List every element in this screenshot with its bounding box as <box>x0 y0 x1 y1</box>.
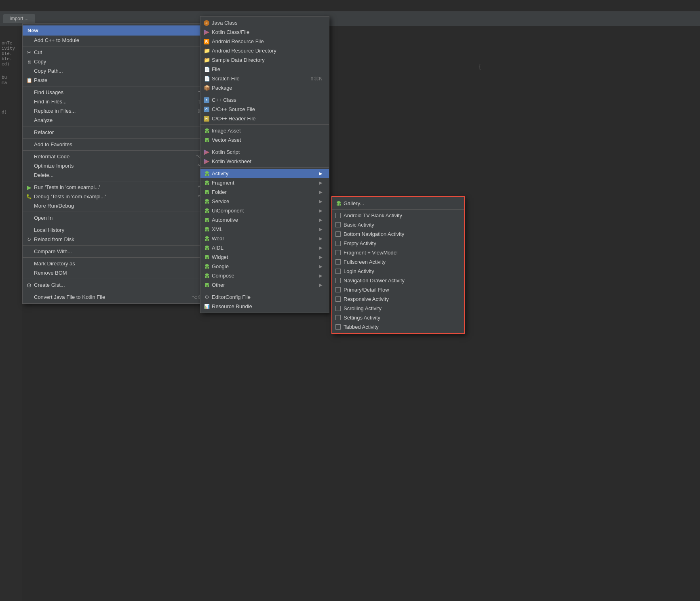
menu-item-wear[interactable]: Wear ▶ <box>200 234 329 243</box>
menu-item-replace-in-files[interactable]: Replace in Files... ⇧⌘R <box>23 106 216 116</box>
menu-item-copy-path[interactable]: Copy Path... <box>23 66 216 76</box>
vector-asset-label: Vector Asset <box>212 137 241 143</box>
menu-item-find-usages[interactable]: Find Usages ⌥F7 <box>23 88 216 97</box>
new-label: New <box>27 27 38 34</box>
menu-item-nav-drawer-activity[interactable]: Navigation Drawer Activity <box>332 276 464 285</box>
menu-item-fragment[interactable]: Fragment ▶ <box>200 178 329 187</box>
menu-item-primary-detail-flow[interactable]: Primary/Detail Flow <box>332 285 464 294</box>
menu-item-automotive[interactable]: Automotive ▶ <box>200 215 329 225</box>
menu-item-folder[interactable]: Folder ▶ <box>200 187 329 197</box>
menu-item-kotlin-script[interactable]: Kotlin Script <box>200 147 329 157</box>
menu-item-login-activity[interactable]: Login Activity <box>332 267 464 276</box>
menu-item-copy[interactable]: ⎘ Copy ⌘C <box>23 57 216 66</box>
checkbox-settings <box>335 315 341 320</box>
menu-item-remove-bom[interactable]: Remove BOM <box>23 268 216 277</box>
menu-item-add-to-favorites[interactable]: Add to Favorites ▶ <box>23 140 216 149</box>
editor-tab[interactable]: import ... <box>3 14 35 23</box>
menu-item-sample-data-dir[interactable]: 📁 Sample Data Directory <box>200 55 329 65</box>
wear-arrow: ▶ <box>319 236 323 241</box>
menu-item-tabbed-activity[interactable]: Tabbed Activity <box>332 322 464 332</box>
menu-item-cpp-header[interactable]: H C/C++ Header File <box>200 114 329 123</box>
svg-point-59 <box>205 283 209 285</box>
menu-item-delete[interactable]: Delete... ⌦ <box>23 170 216 180</box>
cpp-source-label: C/C++ Source File <box>212 106 255 112</box>
image-asset-label: Image Asset <box>212 128 241 134</box>
svg-rect-24 <box>205 202 209 204</box>
menu-item-kotlin-worksheet[interactable]: Kotlin Worksheet <box>200 157 329 166</box>
menu-item-android-resource-dir[interactable]: 📁 Android Resource Directory <box>200 46 329 55</box>
svg-point-43 <box>205 246 209 248</box>
menu-item-fragment-viewmodel[interactable]: Fragment + ViewModel <box>332 248 464 257</box>
sidebar-text: onTe ivity ble. ble. ed) bu ma d) <box>2 40 15 115</box>
menu-item-cpp-source[interactable]: C C/C++ Source File <box>200 105 329 114</box>
svg-rect-48 <box>205 257 209 259</box>
menu-item-resource-bundle[interactable]: 📊 Resource Bundle <box>200 302 329 311</box>
menu-item-refactor[interactable]: Refactor ▶ <box>23 128 216 137</box>
svg-rect-36 <box>205 229 209 231</box>
menu-item-gallery[interactable]: Gallery... <box>332 199 464 208</box>
menu-item-editorconfig[interactable]: ⚙ EditorConfig File <box>200 292 329 302</box>
menu-item-java-class[interactable]: J Java Class <box>200 18 329 27</box>
menu-item-service[interactable]: Service ▶ <box>200 197 329 206</box>
menu-item-cpp-class[interactable]: 5 C++ Class <box>200 95 329 105</box>
checkbox-responsive <box>335 296 341 302</box>
menu-item-open-in[interactable]: Open In ▶ <box>23 213 216 223</box>
menu-item-reformat-code[interactable]: Reformat Code ⌥⌘L <box>23 152 216 161</box>
menu-item-kotlin-class[interactable]: Kotlin Class/File <box>200 27 329 37</box>
menu-item-uicomponent[interactable]: UiComponent ▶ <box>200 206 329 215</box>
menu-item-run-tests[interactable]: ▶ Run 'Tests in 'com.exampl...' ^⌥R <box>23 183 216 192</box>
menu-item-add-cpp[interactable]: Add C++ to Module <box>23 36 216 45</box>
more-run-debug-label: More Run/Debug <box>34 203 74 209</box>
aidl-arrow: ▶ <box>319 246 323 250</box>
java-class-label: Java Class <box>212 20 238 26</box>
menu-item-file[interactable]: 📄 File <box>200 65 329 74</box>
folder-res-icon: 📁 <box>204 48 210 54</box>
menu-item-empty-activity[interactable]: Empty Activity <box>332 239 464 248</box>
menu-item-image-asset[interactable]: Image Asset <box>200 126 329 135</box>
menu-item-android-tv-blank[interactable]: Android TV Blank Activity <box>332 211 464 220</box>
menu-item-scrolling-activity[interactable]: Scrolling Activity <box>332 304 464 313</box>
widget-arrow: ▶ <box>319 255 323 259</box>
android-wear-icon <box>204 235 210 242</box>
debug-tests-label: Debug 'Tests in 'com.exampl...' <box>34 193 106 200</box>
menu-item-widget[interactable]: Widget ▶ <box>200 252 329 262</box>
menu-item-optimize-imports[interactable]: Optimize Imports ^⌥O <box>23 161 216 170</box>
menu-item-fullscreen-activity[interactable]: Fullscreen Activity <box>332 257 464 267</box>
menu-item-other[interactable]: Other ▶ <box>200 280 329 290</box>
kotlin-script-label: Kotlin Script <box>212 149 240 155</box>
menu-item-cut[interactable]: ✂ Cut ⌘X <box>23 48 216 57</box>
checkbox-tabbed <box>335 324 341 330</box>
menu-item-package[interactable]: 📦 Package <box>200 83 329 92</box>
menu-item-bottom-nav-activity[interactable]: Bottom Navigation Activity <box>332 229 464 239</box>
menu-item-compare-with[interactable]: Compare With... ⌘D <box>23 247 216 256</box>
menu-item-responsive-activity[interactable]: Responsive Activity <box>332 294 464 304</box>
menu-item-google[interactable]: Google ▶ <box>200 262 329 271</box>
menu-item-android-resource-file[interactable]: R Android Resource File <box>200 37 329 46</box>
menu-item-mark-directory-as[interactable]: Mark Directory as ▶ <box>23 259 216 268</box>
menu-item-analyze[interactable]: Analyze ▶ <box>23 116 216 125</box>
menu-item-basic-activity[interactable]: Basic Activity <box>332 220 464 229</box>
menu-item-more-run-debug[interactable]: More Run/Debug ▶ <box>23 201 216 210</box>
menu-item-create-gist[interactable]: ⊙ Create Gist... <box>23 280 216 290</box>
menu-item-xml[interactable]: XML ▶ <box>200 225 329 234</box>
replace-in-files-label: Replace in Files... <box>34 108 76 114</box>
menu-item-paste[interactable]: 📋 Paste ⌘V <box>23 76 216 85</box>
menu-item-settings-activity[interactable]: Settings Activity <box>332 313 464 322</box>
java-icon: J <box>204 20 209 26</box>
menu-item-new[interactable]: New ▶ <box>23 25 216 36</box>
menu-item-local-history[interactable]: Local History ▶ <box>23 225 216 235</box>
menu-item-vector-asset[interactable]: Vector Asset <box>200 135 329 145</box>
menu-item-debug-tests[interactable]: 🐛 Debug 'Tests in 'com.exampl...' ^⌥D <box>23 192 216 201</box>
svg-point-51 <box>205 264 209 267</box>
menu-item-aidl[interactable]: AIDL ▶ <box>200 243 329 252</box>
menu-item-scratch-file[interactable]: 📄 Scratch File ⇧⌘N <box>200 74 329 83</box>
menu-item-compose[interactable]: Compose ▶ <box>200 271 329 280</box>
menu-item-convert-java[interactable]: Convert Java File to Kotlin File ⌥⇧⌘K <box>23 292 216 302</box>
separator <box>23 212 216 212</box>
separator <box>23 224 216 224</box>
android-folder-icon <box>204 189 210 195</box>
menu-item-find-in-files[interactable]: Find in Files... ⇧⌘F <box>23 97 216 106</box>
kotlin-icon <box>204 29 209 35</box>
menu-item-reload-from-disk[interactable]: ↻ Reload from Disk <box>23 235 216 244</box>
menu-item-activity[interactable]: Activity ▶ <box>200 169 329 178</box>
